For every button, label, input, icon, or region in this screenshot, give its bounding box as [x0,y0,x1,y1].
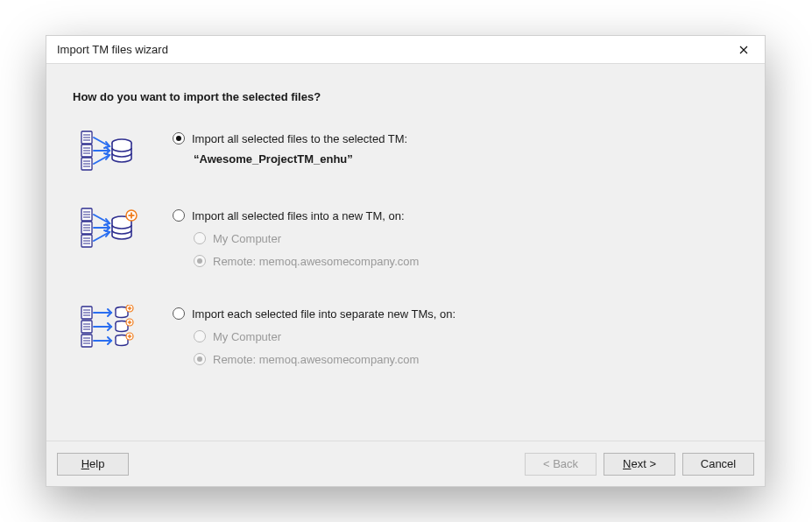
prompt-heading: How do you want to import the selected f… [73,90,738,103]
radio-icon [194,330,206,342]
option-import-separate-tms: Import each selected file into separate … [76,305,738,368]
radio-label: My Computer [213,232,281,245]
radio-icon [194,255,206,267]
icon-import-separate-tms [76,305,173,350]
selected-tm-name: “Awesome_ProjectTM_enhu” [173,152,738,166]
radio-label: My Computer [213,330,281,343]
radio-import-separate-tms[interactable]: Import each selected file into separate … [173,305,738,322]
option-import-selected-tm: Import all selected files to the selecte… [76,130,738,172]
radio-label-remote: Remote: memoq.awesomecompany.com [213,255,419,268]
radio-icon [173,307,185,320]
remote-host: memoq.awesomecompany.com [259,255,420,268]
radio-icon [173,132,185,145]
remote-prefix: Remote: [213,353,256,366]
svg-line-28 [94,215,109,223]
radio-icon [194,232,206,244]
files-to-many-dbs-icon [80,305,138,350]
remote-host: memoq.awesomecompany.com [259,353,420,366]
radio-icon [173,209,185,222]
radio-label-remote: Remote: memoq.awesomecompany.com [213,353,419,366]
radio-label: Import each selected file into separate … [192,307,455,321]
icon-import-new-tm [76,207,173,249]
radio-icon [194,353,206,365]
dialog-window: Import TM files wizard How do you want t… [46,35,766,487]
svg-line-30 [94,232,109,241]
radio-new-tm-remote[interactable]: Remote: memoq.awesomecompany.com [194,252,738,270]
dialog-content: How do you want to import the selected f… [46,64,765,441]
back-button: < Back [525,453,597,476]
radio-new-tm-local[interactable]: My Computer [194,229,738,247]
option-import-new-tm: Import all selected files into a new TM,… [76,207,738,270]
dialog-footer: Help < Back Next > Cancel [46,441,765,486]
window-title: Import TM files wizard [57,43,168,56]
radio-separate-local[interactable]: My Computer [194,328,738,345]
radio-separate-remote[interactable]: Remote: memoq.awesomecompany.com [194,350,738,368]
radio-import-new-tm[interactable]: Import all selected files into a new TM,… [173,207,738,224]
close-icon [739,46,748,54]
svg-line-12 [94,138,109,146]
next-button[interactable]: Next > [604,453,675,476]
cancel-button[interactable]: Cancel [682,453,754,476]
radio-label: Import all selected files to the selecte… [192,132,407,145]
svg-line-14 [94,155,109,164]
icon-import-to-tm [76,130,173,172]
remote-prefix: Remote: [213,255,256,268]
radio-import-selected-tm[interactable]: Import all selected files to the selecte… [173,130,738,147]
close-button[interactable] [731,40,756,60]
files-to-db-icon [80,130,134,172]
title-bar: Import TM files wizard [46,36,765,64]
radio-label: Import all selected files into a new TM,… [192,209,405,222]
files-to-new-db-icon [80,207,138,249]
help-button[interactable]: Help [57,453,129,476]
